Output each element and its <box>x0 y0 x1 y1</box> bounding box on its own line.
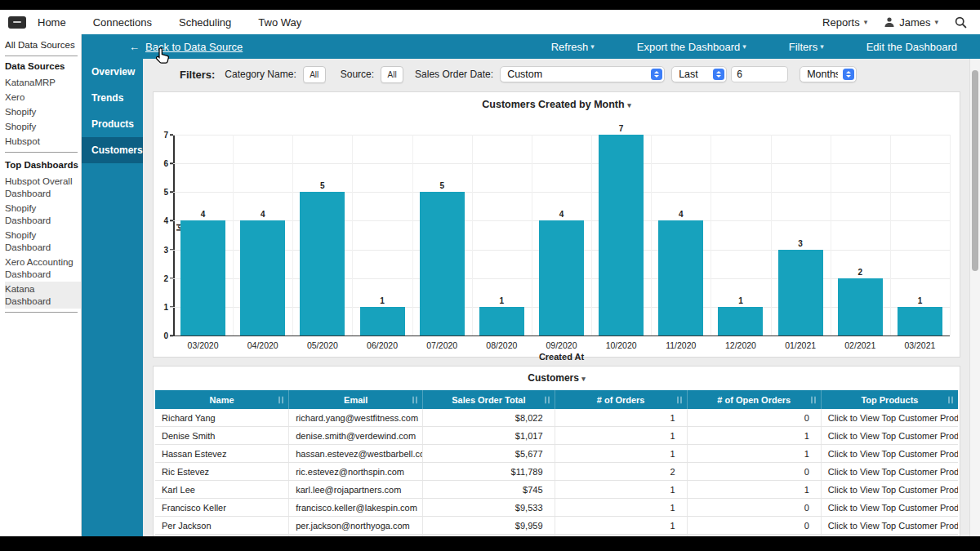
cell-open-orders: 1 <box>688 481 822 498</box>
chart-bar[interactable] <box>718 307 763 335</box>
range-count-input[interactable] <box>731 66 788 82</box>
cell-name: Per Jackson <box>155 517 289 534</box>
user-icon <box>884 16 895 28</box>
chart-bar[interactable] <box>180 220 225 335</box>
edit-dashboard-button[interactable]: Edit the Dashboard <box>866 41 957 53</box>
table-body: Richard Yangrichard.yang@westfitness.com… <box>155 409 958 536</box>
actionbar-actions: Refresh ▾ Export the Dashboard ▾ Filters… <box>551 41 957 53</box>
sidebar-item-xero-accounting-dashboard[interactable]: Xero Accounting Dashboard <box>5 255 81 282</box>
chart-bar[interactable] <box>778 250 823 335</box>
column-header-label: Sales Order Total <box>452 395 525 405</box>
column-header-of-orders[interactable]: # of Orders <box>555 390 688 409</box>
cell-orders: 2 <box>555 463 688 480</box>
chart-title-dropdown[interactable]: Customers Created by Month ▾ <box>154 99 960 110</box>
customers-table: NameEmailSales Order Total# of Orders# o… <box>155 390 958 536</box>
sidebar-item-shopify-dashboard[interactable]: Shopify Dashboard <box>5 228 81 255</box>
v-gridline <box>890 135 891 335</box>
scrollbar-thumb[interactable] <box>972 70 978 271</box>
nav-item-two-way[interactable]: Two Way <box>258 16 301 29</box>
cell-name: Richard Yang <box>155 409 289 426</box>
chart-bar[interactable] <box>300 192 345 335</box>
reports-dropdown[interactable]: Reports ▾ <box>822 16 867 29</box>
vertical-scrollbar[interactable] <box>969 59 980 536</box>
cell-top-products-link[interactable]: Click to View Top Customer Products <box>822 445 958 462</box>
cell-top-products-link[interactable]: Click to View Top Customer Products <box>822 481 958 498</box>
back-to-data-source-link[interactable]: ← Back to Data Source <box>129 41 243 53</box>
sidebar-item-shopify[interactable]: Shopify <box>5 104 81 119</box>
cell-orders: 1 <box>555 481 688 498</box>
filters-title: Filters: <box>180 69 215 81</box>
chart-bar[interactable] <box>479 307 524 335</box>
cell-open-orders: 1 <box>688 427 822 444</box>
cell-open-orders: 1 <box>688 445 822 462</box>
cell-top-products-link[interactable]: Click to View Top Customer Products <box>822 517 958 534</box>
sidebar-item-katanamrp[interactable]: KatanaMRP <box>5 75 81 90</box>
chart-bar[interactable] <box>360 307 405 335</box>
category-name-label: Category Name: <box>225 69 296 80</box>
v-gridline <box>651 135 652 335</box>
range-unit-select[interactable]: Last <box>671 66 727 82</box>
v-gridline <box>710 135 711 335</box>
user-menu[interactable]: James ▾ <box>884 16 938 29</box>
chart-bar[interactable] <box>240 220 285 335</box>
filters-dropdown[interactable]: Filters ▾ <box>789 41 824 53</box>
chart-bar[interactable] <box>898 307 942 335</box>
search-icon[interactable] <box>955 16 967 29</box>
sidebar-item-katana-dashboard[interactable]: Katana Dashboard <box>5 282 81 309</box>
nav-item-home[interactable]: Home <box>38 16 66 29</box>
y-tick-label: 6 <box>163 159 168 168</box>
column-header-sales-order-total[interactable]: Sales Order Total <box>423 390 555 409</box>
chart-bar[interactable] <box>658 220 703 335</box>
dashboard-tab-overview[interactable]: Overview <box>82 59 143 85</box>
column-header-email[interactable]: Email <box>289 390 423 409</box>
table-row: Richard Yangrichard.yang@westfitness.com… <box>155 409 958 427</box>
nav-item-scheduling[interactable]: Scheduling <box>179 16 231 29</box>
v-gridline <box>292 135 293 335</box>
cell-name: Morgan Schroeder <box>155 535 289 536</box>
source-all-button[interactable]: All <box>381 66 403 83</box>
chart-bar[interactable] <box>539 220 584 335</box>
main-nav: HomeConnectionsSchedulingTwo Way <box>38 16 301 29</box>
category-all-button[interactable]: All <box>303 66 326 83</box>
range-period-value: Months <box>807 69 838 80</box>
back-arrow-icon: ← <box>129 41 140 53</box>
sidebar-item-shopify-dashboard[interactable]: Shopify Dashboard <box>5 201 81 228</box>
cell-top-products-link[interactable]: Click to View Top Customer Products <box>822 409 958 426</box>
cell-top-products-link[interactable]: Click to View Top Customer Products <box>822 535 958 536</box>
cell-top-products-link[interactable]: Click to View Top Customer Products <box>822 427 958 444</box>
sidebar-item-all-data-sources[interactable]: All Data Sources <box>5 39 78 56</box>
date-range-select[interactable]: Custom <box>500 66 665 82</box>
x-tick-label: 05/2020 <box>307 340 338 350</box>
chart-bar[interactable] <box>599 135 644 335</box>
sidebar-item-xero[interactable]: Xero <box>5 90 81 104</box>
sidebar-item-shopify[interactable]: Shopify <box>5 119 81 134</box>
column-header-top-products[interactable]: Top Products <box>822 390 958 409</box>
column-header-label: Email <box>344 395 368 405</box>
dashboard-tab-trends[interactable]: Trends <box>82 85 143 111</box>
cell-sales-order-total: $11,789 <box>423 463 555 480</box>
export-dashboard-dropdown[interactable]: Export the Dashboard ▾ <box>637 41 746 53</box>
bar-value-label: 2 <box>858 268 862 278</box>
cell-top-products-link[interactable]: Click to View Top Customer Products <box>822 463 958 480</box>
table-title-dropdown[interactable]: Customers ▾ <box>154 372 960 384</box>
y-tick-mark <box>170 249 173 251</box>
menu-collapse-icon[interactable] <box>8 16 26 29</box>
dashboard-tab-customers[interactable]: Customers <box>82 137 143 163</box>
cell-top-products-link[interactable]: Click to View Top Customer Products <box>822 499 958 516</box>
column-header-of-open-orders[interactable]: # of Open Orders <box>688 390 822 409</box>
dashboard-tab-products[interactable]: Products <box>82 111 143 137</box>
sidebar-item-hubspot[interactable]: Hubspot <box>5 134 81 149</box>
table-row: Per Jacksonper.jackson@northyoga.com$9,9… <box>155 517 958 535</box>
range-period-select[interactable]: Months <box>800 66 857 82</box>
table-row: Hassan Estevezhassan.estevez@westbarbell… <box>155 445 958 463</box>
y-tick-mark <box>170 335 173 336</box>
refresh-dropdown[interactable]: Refresh ▾ <box>551 41 595 53</box>
chart-bar[interactable] <box>420 192 465 335</box>
nav-item-connections[interactable]: Connections <box>93 16 152 29</box>
column-header-name[interactable]: Name <box>155 390 289 409</box>
cell-sales-order-total: $9,959 <box>423 517 555 534</box>
chart-bar[interactable] <box>838 278 883 335</box>
reports-label: Reports <box>822 16 860 29</box>
sidebar-item-hubspot-overall-dashboard[interactable]: Hubspot Overall Dashboard <box>5 174 81 201</box>
bar-value-label: 4 <box>201 210 206 220</box>
